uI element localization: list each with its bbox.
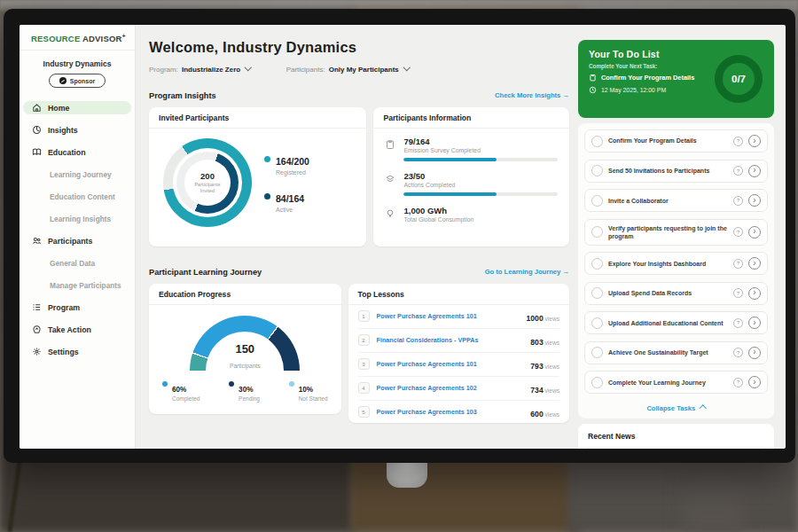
legend-value: 84/164 xyxy=(276,193,304,204)
chevron-right-icon[interactable]: › xyxy=(748,347,761,359)
lessons-list: 1 Power Purchase Agreements 101 1000 vie… xyxy=(348,305,569,424)
todo-item[interactable]: Send 50 Invitations to Participants ? › xyxy=(584,160,768,183)
todo-summary-card: Your To Do List Complete Your Next Task:… xyxy=(578,40,774,118)
sidebar-item-label: Home xyxy=(48,104,69,113)
checkbox[interactable] xyxy=(591,317,603,329)
checkbox[interactable] xyxy=(591,195,603,207)
chevron-right-icon[interactable]: › xyxy=(748,317,761,329)
participants-icon xyxy=(32,236,42,246)
todo-item-label: Send 50 Invitations to Participants xyxy=(608,167,728,175)
views-word: views xyxy=(544,316,559,322)
sidebar-item-label: Settings xyxy=(48,348,79,356)
chevron-right-icon[interactable]: › xyxy=(748,287,761,300)
participants-filter[interactable]: Participants:Only My Participants xyxy=(286,65,410,74)
info-icon[interactable]: ? xyxy=(733,318,743,328)
todo-item-label: Upload Additional Educational Content xyxy=(608,319,728,327)
chevron-right-icon[interactable]: › xyxy=(748,257,761,270)
info-icon[interactable]: ? xyxy=(733,348,743,357)
sidebar-item-take-action[interactable]: Take Action xyxy=(23,323,131,336)
todo-item[interactable]: Confirm Your Program Details ? › xyxy=(584,129,768,153)
learning-cards-row: Education Progress 150 Participants xyxy=(149,284,569,423)
sidebar-item-education-content[interactable]: Education Content xyxy=(23,190,131,203)
donut-center: 200 Participants Invited xyxy=(184,160,231,206)
sidebar-item-learning-journey[interactable]: Learning Journey xyxy=(23,168,131,181)
org-name: Industry Dynamics xyxy=(20,59,135,68)
sidebar-item-program[interactable]: Program xyxy=(23,301,131,314)
lesson-link[interactable]: Power Purchase Agreements 103 xyxy=(377,408,524,416)
checkbox[interactable] xyxy=(591,287,603,299)
todo-item[interactable]: Achieve One Sustainability Target ? › xyxy=(584,341,768,364)
info-icon[interactable]: ? xyxy=(733,166,743,176)
collapse-tasks-link[interactable]: Collapse Tasks xyxy=(584,401,768,415)
chevron-right-icon[interactable]: › xyxy=(748,376,761,388)
sidebar-item-insights[interactable]: Insights xyxy=(23,123,131,137)
info-icon[interactable]: ? xyxy=(733,137,743,146)
todo-item[interactable]: Explore Your Insights Dashboard ? › xyxy=(584,252,768,275)
card-title: Top Lessons xyxy=(348,284,569,305)
checkbox[interactable] xyxy=(591,377,603,388)
sidebar-item-manage-participants[interactable]: Manage Participants xyxy=(23,278,131,292)
legend-label: Not Started xyxy=(299,395,328,402)
participants-filter-value: Only My Participants xyxy=(329,66,399,74)
survey-icon xyxy=(385,139,395,150)
todo-item[interactable]: Upload Spend Data Records ? › xyxy=(584,282,768,305)
recent-news-heading: Recent News xyxy=(588,432,764,441)
views-word: views xyxy=(544,387,559,394)
checkbox[interactable] xyxy=(591,226,603,238)
chevron-right-icon[interactable]: › xyxy=(748,165,761,177)
todo-progress-ring: 0/7 xyxy=(715,55,763,103)
chevron-right-icon[interactable]: › xyxy=(748,194,761,207)
learning-journey-heading: Participant Learning Journey xyxy=(149,268,262,277)
sidebar-item-participants[interactable]: Participants xyxy=(23,234,131,247)
legend-label: Pending xyxy=(239,395,260,402)
checkbox[interactable] xyxy=(591,258,603,270)
chevron-right-icon[interactable]: › xyxy=(748,135,761,147)
legend-dot xyxy=(162,381,168,387)
sidebar-item-education[interactable]: Education xyxy=(23,145,131,159)
info-icon[interactable]: ? xyxy=(733,288,743,298)
todo-item-label: Achieve One Sustainability Target xyxy=(608,348,728,356)
lesson-link[interactable]: Financial Considerations - VPPAs xyxy=(377,336,524,344)
chevron-down-icon xyxy=(245,64,252,71)
info-icon[interactable]: ? xyxy=(733,259,743,269)
sidebar-item-label: Insights xyxy=(48,126,78,135)
todo-item[interactable]: Upload Additional Educational Content ? … xyxy=(584,311,768,334)
lesson-link[interactable]: Power Purchase Agreements 101 xyxy=(377,312,520,320)
info-icon[interactable]: ? xyxy=(733,378,743,387)
todo-item[interactable]: Invite a Collaborator ? › xyxy=(584,189,768,212)
info-icon[interactable]: ? xyxy=(733,196,743,206)
checkbox[interactable] xyxy=(591,347,603,358)
lesson-views: 1000 views xyxy=(527,309,559,325)
legend-dot xyxy=(264,156,270,162)
todo-item-label: Upload Spend Data Records xyxy=(608,289,728,297)
learning-journey-header: Participant Learning Journey Go to Learn… xyxy=(149,268,569,277)
stat-value: 23/50 xyxy=(403,171,558,181)
sidebar-item-learning-insights[interactable]: Learning Insights xyxy=(23,212,131,225)
sidebar-item-settings[interactable]: Settings xyxy=(23,345,131,358)
chevron-right-icon[interactable]: › xyxy=(748,226,761,239)
gauge-legend: 60% Completed 30% Pending 10% xyxy=(149,372,341,402)
lesson-views: 803 views xyxy=(530,332,559,348)
donut-center-label: Participants Invited xyxy=(190,182,225,194)
sidebar-item-general-data[interactable]: General Data xyxy=(23,256,131,270)
sidebar-item-label: Learning Insights xyxy=(50,215,111,223)
clock-icon xyxy=(589,86,597,94)
go-to-learning-journey-link[interactable]: Go to Learning Journey → xyxy=(485,268,569,276)
todo-item[interactable]: Verify participants requesting to join t… xyxy=(584,219,768,246)
card-title: Invited Participants xyxy=(149,107,366,129)
lesson-link[interactable]: Power Purchase Agreements 101 xyxy=(377,360,524,368)
sidebar-item-home[interactable]: Home xyxy=(23,101,131,114)
program-filter[interactable]: Program:Industrialize Zero xyxy=(149,65,251,74)
check-more-insights-link[interactable]: Check More Insights → xyxy=(495,91,569,99)
checkbox[interactable] xyxy=(591,165,603,176)
views-count: 803 xyxy=(530,338,543,347)
lesson-row: 1 Power Purchase Agreements 101 1000 vie… xyxy=(358,305,559,329)
gauge-center-value: 150 xyxy=(190,342,300,356)
info-icon[interactable]: ? xyxy=(733,227,743,237)
sidebar-item-label: Manage Participants xyxy=(50,281,121,290)
todo-item[interactable]: Complete Your Learning Journey ? › xyxy=(584,371,768,394)
stat-label: Actions Completed xyxy=(403,182,558,188)
checkbox[interactable] xyxy=(591,136,603,147)
sidebar-item-label: Program xyxy=(48,303,80,312)
lesson-link[interactable]: Power Purchase Agreements 102 xyxy=(377,384,524,392)
